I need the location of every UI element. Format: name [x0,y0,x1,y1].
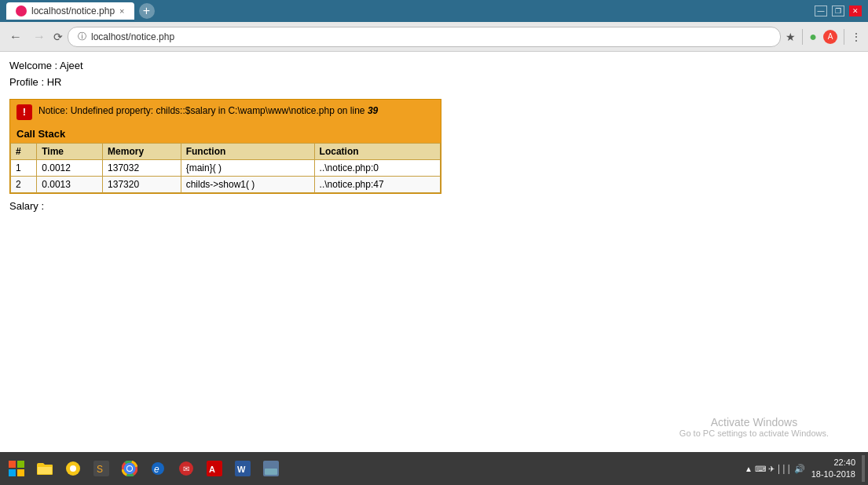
welcome-line: Welcome : Ajeet [9,58,859,75]
url-bar[interactable]: ⓘ localhost/notice.php [68,27,781,47]
activate-line2: Go to PC settings to activate Windows. [679,428,829,438]
svg-rect-0 [9,461,16,468]
extensions-button[interactable]: ● [809,30,817,44]
url-text: localhost/notice.php [91,31,174,42]
taskbar-sublime-button[interactable]: S [88,455,115,482]
taskbar-roundcube-button[interactable]: ✉ [173,455,200,482]
volume-icon[interactable]: 🔊 [794,464,805,474]
tab-favicon [16,5,27,16]
mail-icon: ✉ [178,461,194,476]
restore-button[interactable]: ❐ [832,5,844,16]
forward-button[interactable]: → [30,28,49,46]
tab-close-button[interactable]: × [119,6,124,16]
word-icon: W [235,461,251,476]
windows-logo-icon [9,461,24,476]
svg-text:W: W [237,465,246,474]
cell-function: childs->show1( ) [181,176,314,192]
col-num: # [11,143,37,159]
svg-rect-23 [265,469,277,475]
activate-watermark: Activate Windows Go to PC settings to ac… [679,416,829,438]
lock-icon: ⓘ [78,31,86,42]
acrobat-icon: A [207,461,222,476]
notice-line-number: 39 [368,105,378,116]
browser-menu-button[interactable]: ⋮ [851,31,862,43]
taskbar-right: ▲ ⌨ ✈ │││ 🔊 22:40 18-10-2018 [745,455,865,482]
tab-title: localhost/notice.php [31,5,115,16]
col-memory: Memory [103,143,181,159]
profile-button[interactable]: A [823,30,837,44]
notice-box: ! Notice: Undefined property: childs::$s… [9,99,441,194]
tray-chevron[interactable]: ▲ [745,465,753,473]
salary-text: Salary : [9,200,859,212]
system-tray: ▲ ⌨ ✈ │││ 🔊 [745,464,805,474]
title-bar: localhost/notice.php × + — ❐ ✕ [0,0,868,22]
network-icon: ✈ [768,465,775,473]
cell-time: 0.0012 [37,159,103,176]
notice-header: ! Notice: Undefined property: childs::$s… [10,100,441,125]
tab-strip: localhost/notice.php × + [6,2,155,20]
close-window-button[interactable]: ✕ [849,5,862,16]
svg-rect-2 [9,469,16,476]
cell-location: ..\notice.php:47 [314,176,440,192]
svg-text:e: e [154,464,159,475]
clock-time: 22:40 [811,457,855,469]
sublime-icon: S [93,461,109,476]
page-content: Welcome : Ajeet Profile : HR ! Notice: U… [0,52,868,452]
browser-window: localhost/notice.php × + — ❐ ✕ ← → ⟳ ⓘ l… [0,0,868,485]
svg-text:S: S [97,464,103,475]
taskbar-word-button[interactable]: W [229,455,256,482]
call-stack-label: Call Stack [10,125,441,143]
cell-num: 1 [11,159,37,176]
taskbar-chrome-button[interactable] [116,455,143,482]
svg-point-13 [127,466,132,471]
svg-rect-1 [17,461,24,468]
new-tab-button[interactable]: + [139,3,155,19]
taskbar-file-explorer-button[interactable] [31,455,58,482]
svg-point-5 [70,465,76,472]
taskbar-acrobat-button[interactable]: A [201,455,228,482]
chrome-icon [122,461,137,476]
bookmark-button[interactable]: ★ [786,31,796,43]
minimize-button[interactable]: — [815,5,827,16]
table-header-row: # Time Memory Function Location [11,143,441,159]
profile-line: Profile : HR [9,75,859,91]
back-button[interactable]: ← [6,28,25,46]
taskbar-clock[interactable]: 22:40 18-10-2018 [811,457,855,481]
taskbar-ie-button[interactable]: e [145,455,171,482]
show-desktop-button[interactable] [862,455,865,482]
folder-icon [36,461,53,476]
refresh-button[interactable]: ⟳ [53,31,63,43]
ie-icon: e [150,461,166,476]
taskbar-apps: S e [3,455,284,482]
divider2 [844,29,844,45]
col-time: Time [37,143,103,159]
cell-time: 0.0013 [37,176,103,192]
start-button[interactable] [3,455,30,482]
divider [802,29,803,45]
taskbar: S e [0,452,868,485]
call-stack-table: # Time Memory Function Location 10.00121… [10,143,441,193]
cell-function: {main}( ) [181,159,314,176]
signal-icon: │││ [777,465,792,473]
cell-memory: 137032 [103,159,181,176]
svg-text:A: A [209,465,215,474]
svg-text:✉: ✉ [183,465,189,473]
active-tab[interactable]: localhost/notice.php × [6,2,134,20]
cell-location: ..\notice.php:0 [314,159,440,176]
cell-memory: 137320 [103,176,181,192]
notice-message-prefix: Notice: Undefined property: childs::$sal… [38,105,368,116]
cell-num: 2 [11,176,37,192]
welcome-message: Welcome : Ajeet Profile : HR [9,58,859,91]
clock-date: 18-10-2018 [811,469,855,480]
notice-icon: ! [16,104,32,120]
table-row: 20.0013137320childs->show1( )..\notice.p… [11,176,441,192]
svg-rect-3 [17,469,24,476]
keyboard-icon: ⌨ [755,465,766,473]
address-bar: ← → ⟳ ⓘ localhost/notice.php ★ ● A ⋮ [0,22,868,52]
taskbar-chrome-alt-button[interactable] [60,455,86,482]
col-location: Location [314,143,440,159]
taskbar-windows-explorer-button[interactable] [258,455,284,482]
table-row: 10.0012137032{main}( )..\notice.php:0 [11,159,441,176]
activate-line1: Activate Windows [679,416,829,428]
notice-text: Notice: Undefined property: childs::$sal… [38,104,378,118]
